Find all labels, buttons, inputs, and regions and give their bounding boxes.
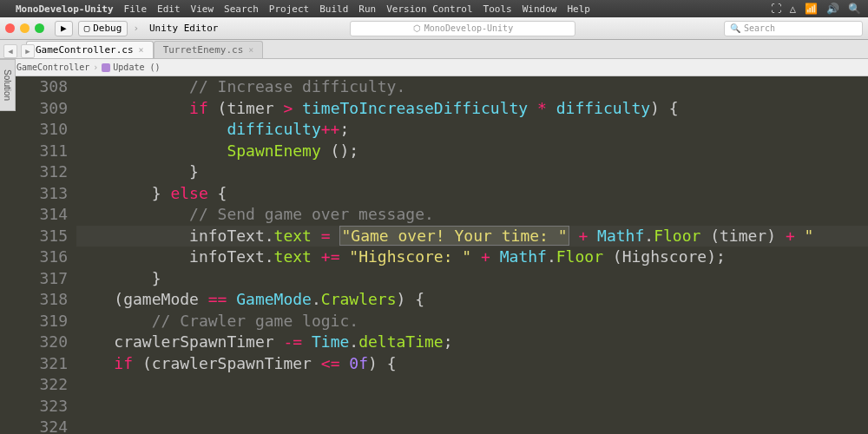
menu-search[interactable]: Search [224,3,259,15]
unity-icon: ⬡ [413,23,421,33]
tab-gamecontroller-cs[interactable]: GameController.cs× [26,41,154,58]
code-line[interactable]: (gameMode == GameMode.Crawlers) { [76,289,868,311]
tab-label: TurretEnemy.cs [163,44,244,56]
play-icon: ▶ [61,23,67,34]
menu-edit[interactable]: Edit [157,3,181,15]
menu-run[interactable]: Run [358,3,376,15]
close-icon[interactable]: × [139,45,144,55]
code-line[interactable]: SpawnEnemy (); [76,141,868,162]
nav-back-button[interactable]: ◀ [3,44,17,58]
menu-window[interactable]: Window [523,3,557,15]
config-selector[interactable]: ▢Debug [78,21,128,36]
config-label: Debug [93,23,122,34]
code-line[interactable]: } [76,268,868,290]
code-line[interactable]: infoText.text += "Highscore: " + Mathf.F… [76,247,868,268]
code-line[interactable]: crawlerSpawnTimer -= Time.deltaTime; [76,332,868,353]
search-icon[interactable]: 🔍 [848,3,861,15]
menubar: MonoDevelop-Unity FileEditViewSearchProj… [0,0,868,17]
close-icon[interactable]: × [248,45,253,55]
close-window-icon[interactable] [5,23,15,33]
tab-strip: ◀ ▶ GameController.cs×TurretEnemy.cs× [0,40,868,59]
toolbar: ▶ ▢Debug › Unity Editor ⬡MonoDevelop-Uni… [0,17,868,40]
line-gutter: 3083093103113123133143153163173183193203… [16,76,76,434]
code-line[interactable]: if (timer > timeToIncreaseDifficulty * d… [76,98,868,120]
run-button[interactable]: ▶ [55,21,73,36]
code-line[interactable]: infoText.text = "Game over! Your time: "… [76,226,868,247]
chevron-right-icon: › [133,23,139,34]
menu-build[interactable]: Build [319,3,348,15]
cloud-icon[interactable]: △ [790,3,796,15]
search-input[interactable]: 🔍Search [724,21,863,36]
volume-icon[interactable]: 🔊 [826,3,839,15]
zoom-window-icon[interactable] [35,23,44,33]
target-label: Unity Editor [149,23,218,34]
wifi-icon[interactable]: 📶 [805,3,818,15]
window-controls[interactable] [5,23,44,33]
app-name[interactable]: MonoDevelop-Unity [16,3,114,15]
nav-forward-button[interactable]: ▶ [21,44,35,58]
device-icon: ▢ [84,23,90,34]
menubar-status-icons: ⛶ △ 📶 🔊 🔍 [771,3,861,15]
breadcrumb-class[interactable]: GameController [5,62,89,72]
breadcrumb-method[interactable]: Update () [102,62,160,72]
chevron-right-icon: › [93,62,98,72]
search-placeholder: Search [744,23,775,33]
tab-label: GameController.cs [36,44,134,56]
code-line[interactable]: // Crawler game logic. [76,311,868,332]
code-line[interactable]: } [76,161,868,183]
minimize-window-icon[interactable] [20,23,30,33]
menu-help[interactable]: Help [567,3,590,15]
code-line[interactable]: } else { [76,183,868,205]
search-icon: 🔍 [730,23,740,33]
target-selector[interactable]: Unity Editor [144,21,223,36]
menu-file[interactable]: File [124,3,148,15]
code-line[interactable]: difficulty++; [76,119,868,141]
tab-turretenemy-cs[interactable]: TurretEnemy.cs× [154,41,264,58]
code-line[interactable]: if (crawlerSpawnTimer <= 0f) { [76,353,868,375]
breadcrumb[interactable]: GameController › Update () [0,59,868,76]
status-text: MonoDevelop-Unity [424,23,513,33]
code-editor[interactable]: 3083093103113123133143153163173183193203… [16,76,868,434]
menu-project[interactable]: Project [269,3,309,15]
solution-panel-tab[interactable]: Solution [0,59,16,111]
menu-tools[interactable]: Tools [483,3,512,15]
menu-version-control[interactable]: Version Control [386,3,472,15]
code-line[interactable]: // Send game over message. [76,204,868,226]
crop-icon[interactable]: ⛶ [771,3,781,15]
code-area[interactable]: // Increase difficulty. if (timer > time… [76,76,868,434]
menu-view[interactable]: View [191,3,214,15]
status-pill: ⬡MonoDevelop-Unity [350,21,575,36]
code-line[interactable]: // Increase difficulty. [76,76,868,98]
method-icon [102,63,110,72]
